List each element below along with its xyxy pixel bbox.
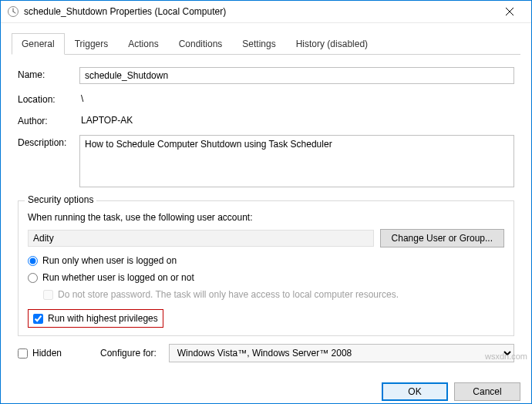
tab-conditions[interactable]: Conditions xyxy=(169,33,233,55)
hidden-checkbox[interactable] xyxy=(18,348,28,359)
close-button[interactable] xyxy=(494,1,525,22)
tab-strip: General Triggers Actions Conditions Sett… xyxy=(12,32,520,55)
run-logged-on-radio-row[interactable]: Run only when user is logged on xyxy=(28,255,504,266)
do-not-store-row: Do not store password. The task will onl… xyxy=(43,289,504,300)
cancel-button[interactable]: Cancel xyxy=(454,382,520,401)
properties-dialog: schedule_Shutdown Properties (Local Comp… xyxy=(0,0,532,404)
hidden-label: Hidden xyxy=(32,348,62,359)
highest-privileges-highlight: Run with highest privileges xyxy=(28,309,163,328)
highest-privileges-row[interactable]: Run with highest privileges xyxy=(33,313,158,324)
highest-privileges-checkbox[interactable] xyxy=(33,314,43,324)
dialog-content: General Triggers Actions Conditions Sett… xyxy=(1,23,531,375)
run-whether-radio[interactable] xyxy=(28,273,38,283)
titlebar: schedule_Shutdown Properties (Local Comp… xyxy=(1,1,531,23)
bottom-row: Hidden Configure for: Windows Vista™, Wi… xyxy=(18,344,514,362)
run-whether-label: Run whether user is logged on or not xyxy=(42,272,194,283)
run-whether-radio-row[interactable]: Run whether user is logged on or not xyxy=(28,272,504,283)
user-account-row: Adity Change User or Group... xyxy=(28,229,504,247)
name-label: Name: xyxy=(18,67,79,80)
ok-button[interactable]: OK xyxy=(382,382,448,401)
watermark: wsxdn.com xyxy=(485,352,527,361)
tab-actions[interactable]: Actions xyxy=(118,33,168,55)
author-value: LAPTOP-AK xyxy=(79,113,514,127)
location-label: Location: xyxy=(18,92,79,105)
do-not-store-checkbox xyxy=(43,290,53,300)
description-input[interactable] xyxy=(79,135,514,187)
window-title: schedule_Shutdown Properties (Local Comp… xyxy=(24,6,494,17)
change-user-button[interactable]: Change User or Group... xyxy=(380,229,504,247)
dialog-footer: OK Cancel xyxy=(1,375,531,404)
security-options-group: Security options When running the task, … xyxy=(18,200,514,336)
user-account-display: Adity xyxy=(28,230,374,247)
tab-history[interactable]: History (disabled) xyxy=(286,33,378,55)
name-input[interactable] xyxy=(79,67,514,84)
tab-settings[interactable]: Settings xyxy=(232,33,285,55)
do-not-store-label: Do not store password. The task will onl… xyxy=(58,289,399,300)
run-logged-on-radio[interactable] xyxy=(28,256,38,266)
security-options-legend: Security options xyxy=(25,194,96,205)
configure-for-label: Configure for: xyxy=(100,348,157,359)
configure-for-select[interactable]: Windows Vista™, Windows Server™ 2008 xyxy=(169,344,514,362)
description-row: Description: xyxy=(18,135,514,190)
description-label: Description: xyxy=(18,135,79,148)
run-logged-on-label: Run only when user is logged on xyxy=(42,255,177,266)
name-row: Name: xyxy=(18,67,514,84)
hidden-row[interactable]: Hidden xyxy=(18,348,62,359)
location-row: Location: \ xyxy=(18,92,514,106)
author-row: Author: LAPTOP-AK xyxy=(18,113,514,127)
when-running-label: When running the task, use the following… xyxy=(28,212,504,223)
location-value: \ xyxy=(79,92,514,106)
tab-triggers[interactable]: Triggers xyxy=(65,33,119,55)
general-panel: Name: Location: \ Author: LAPTOP-AK Desc… xyxy=(12,55,520,369)
tab-general[interactable]: General xyxy=(12,33,65,55)
author-label: Author: xyxy=(18,113,79,126)
highest-privileges-label: Run with highest privileges xyxy=(48,313,158,324)
close-icon xyxy=(506,8,513,15)
task-scheduler-icon xyxy=(7,5,19,18)
